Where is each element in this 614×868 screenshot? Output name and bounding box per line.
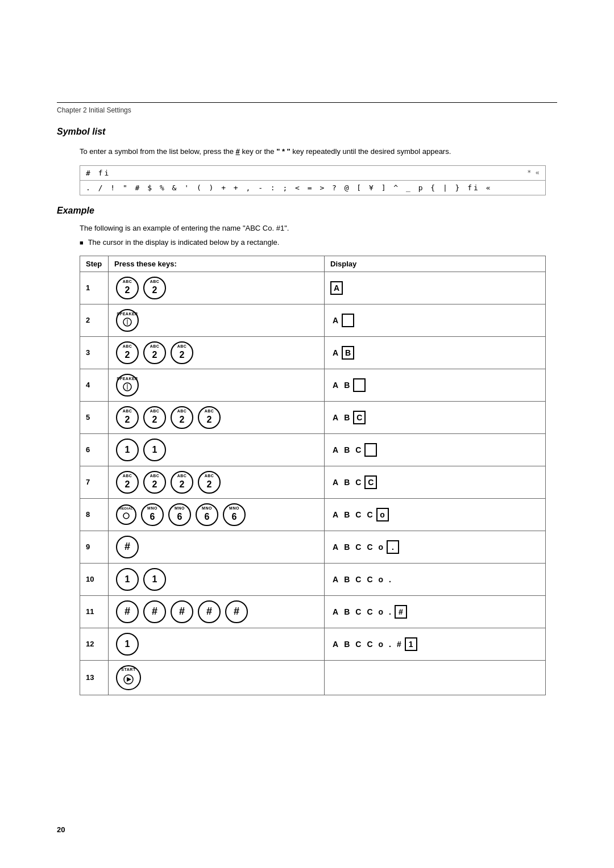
table-row: 10 1 1 ABCCo.: [80, 563, 546, 595]
disp-char-plain: B: [342, 445, 352, 454]
table-row: 9#ABCCo.: [80, 531, 546, 563]
disp-char-plain: B: [342, 640, 352, 649]
key-abc2[interactable]: ABC 2: [143, 406, 166, 429]
disp-char-plain: .: [387, 640, 393, 649]
key-hash[interactable]: #: [116, 600, 139, 623]
key-abc2[interactable]: ABC 2: [143, 277, 166, 299]
press-keys-cell: #####: [109, 595, 325, 628]
key-abc2[interactable]: ABC 2: [198, 406, 221, 429]
key-mno6[interactable]: MNO 6: [141, 503, 164, 526]
disp-char-plain: C: [353, 575, 363, 584]
col-display: Display: [325, 256, 546, 272]
key-abc2[interactable]: ABC 2: [143, 341, 166, 364]
key-1[interactable]: 1: [116, 439, 139, 461]
disp-char-plain: C: [353, 478, 363, 487]
display-cell: ABCCo: [330, 508, 389, 521]
bullet-icon: ■: [80, 239, 84, 246]
press-keys-cell: 1 1: [109, 433, 325, 466]
key-hash[interactable]: #: [116, 536, 139, 558]
key-mno6[interactable]: MNO 6: [223, 503, 246, 526]
disp-char-plain: B: [342, 478, 352, 487]
press-keys-cell: REDIAL MNO 6 MNO 6 MNO 6 MNO 6: [109, 498, 325, 531]
table-row: 7 ABC 2 ABC 2 ABC 2 ABC 2 ABCC: [80, 466, 546, 498]
keys-container: #: [114, 535, 318, 560]
disp-char-plain: A: [330, 478, 341, 487]
key-mno6[interactable]: MNO 6: [168, 503, 191, 526]
key-1[interactable]: 1: [116, 633, 139, 656]
keys-container: 1 1: [114, 437, 318, 462]
disp-char-boxed: .: [387, 540, 399, 554]
disp-char-plain: B: [342, 575, 352, 584]
key-speaker[interactable]: SPEAKER: [116, 309, 139, 332]
step-number: 3: [80, 336, 109, 369]
symbol-row-2-content: . / ! " # $ % & ' ( ) + + , - : ; < = > …: [86, 183, 540, 192]
key-1[interactable]: 1: [143, 439, 166, 461]
key-abc2[interactable]: ABC 2: [171, 406, 193, 429]
symbol-row-1-right: * «: [527, 169, 540, 177]
keys-container: ABC 2 ABC 2 ABC 2 ABC 2: [114, 405, 318, 430]
key-abc2[interactable]: ABC 2: [116, 341, 139, 364]
key-start[interactable]: START: [116, 665, 141, 690]
disp-char-boxed: [364, 443, 377, 457]
disp-char-boxed: B: [342, 346, 354, 360]
key-hash[interactable]: #: [171, 600, 193, 623]
display-cell-td: ABC: [325, 401, 546, 433]
example-title: Example: [57, 206, 557, 216]
disp-char-plain: C: [364, 640, 375, 649]
key-hash[interactable]: #: [143, 600, 166, 623]
key-hash[interactable]: #: [225, 600, 248, 623]
key-abc2[interactable]: ABC 2: [171, 341, 193, 364]
bullet-text: The cursor in the display is indicated b…: [88, 238, 280, 247]
symbol-row-1: # fi * «: [80, 166, 545, 181]
disp-char-plain: C: [353, 510, 363, 519]
key-1[interactable]: 1: [116, 568, 139, 591]
keys-container: ABC 2 ABC 2 ABC 2: [114, 340, 318, 365]
keys-container: SPEAKER: [114, 373, 318, 398]
chapter-header: Chapter 2 Initial Settings: [57, 106, 557, 114]
press-keys-cell: 1: [109, 628, 325, 660]
key-mno6[interactable]: MNO 6: [196, 503, 218, 526]
step-number: 11: [80, 595, 109, 628]
step-number: 1: [80, 272, 109, 304]
display-cell: A: [330, 314, 354, 327]
display-cell-td: ABCCo.: [325, 563, 546, 595]
disp-char-boxed: 1: [405, 637, 417, 651]
symbol-box: # fi * « . / ! " # $ % & ' ( ) + + , - :…: [80, 165, 546, 195]
key-speaker[interactable]: SPEAKER: [116, 374, 139, 397]
display-cell-td: ABCCo.#: [325, 595, 546, 628]
key-redial[interactable]: REDIAL: [116, 504, 136, 525]
press-keys-cell: #: [109, 531, 325, 563]
step-number: 8: [80, 498, 109, 531]
key-hash[interactable]: #: [198, 600, 221, 623]
disp-char-plain: A: [330, 575, 341, 584]
table-row: 13 START: [80, 660, 546, 695]
disp-char-plain: o: [376, 640, 386, 649]
disp-char-boxed: C: [364, 475, 377, 489]
table-row: 5 ABC 2 ABC 2 ABC 2 ABC 2 ABC: [80, 401, 546, 433]
disp-char-plain: .: [387, 607, 393, 616]
step-number: 13: [80, 660, 109, 695]
col-press: Press these keys:: [109, 256, 325, 272]
disp-char-boxed: C: [353, 411, 366, 424]
key-1[interactable]: 1: [143, 568, 166, 591]
disp-char-plain: o: [376, 575, 386, 584]
key-abc2[interactable]: ABC 2: [143, 471, 166, 494]
press-keys-cell: SPEAKER: [109, 369, 325, 401]
step-number: 9: [80, 531, 109, 563]
press-keys-cell: 1 1: [109, 563, 325, 595]
key-abc2[interactable]: ABC 2: [116, 277, 139, 299]
disp-char-plain: C: [353, 640, 363, 649]
key-abc2[interactable]: ABC 2: [116, 406, 139, 429]
key-abc2[interactable]: ABC 2: [171, 471, 193, 494]
disp-char-plain: B: [342, 381, 352, 390]
press-keys-cell: ABC 2 ABC 2: [109, 272, 325, 304]
symbol-row-2: . / ! " # $ % & ' ( ) + + , - : ; < = > …: [80, 181, 545, 195]
disp-char-plain: B: [342, 542, 352, 552]
disp-char-plain: C: [364, 607, 375, 616]
key-abc2[interactable]: ABC 2: [116, 471, 139, 494]
display-cell: ABCCo.#: [330, 605, 407, 619]
top-rule: [57, 102, 557, 103]
keys-container: 1 1: [114, 567, 318, 592]
key-abc2[interactable]: ABC 2: [198, 471, 221, 494]
display-cell: ABCCo.: [330, 540, 399, 554]
